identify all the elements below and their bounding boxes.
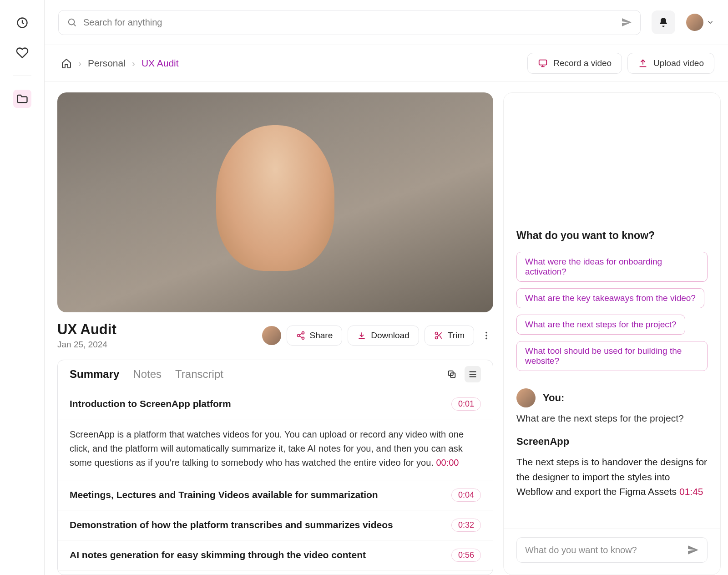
tab-transcript[interactable]: Transcript bbox=[175, 368, 223, 381]
share-icon bbox=[296, 331, 305, 340]
scissors-icon bbox=[434, 331, 443, 340]
bell-icon bbox=[658, 17, 669, 28]
svg-point-5 bbox=[302, 337, 304, 339]
search-input[interactable] bbox=[83, 17, 615, 28]
home-icon[interactable] bbox=[61, 58, 72, 69]
chat-input[interactable] bbox=[525, 545, 682, 555]
timestamp-inline[interactable]: 01:45 bbox=[679, 486, 703, 497]
chat-panel: What do you want to know? What were the … bbox=[503, 92, 721, 575]
heart-icon bbox=[16, 46, 29, 59]
button-label: Share bbox=[310, 331, 333, 341]
video-thumbnail[interactable] bbox=[57, 92, 493, 312]
person-image bbox=[216, 125, 334, 271]
summary-heading: Meetings, Lectures and Training Videos a… bbox=[70, 489, 378, 500]
chevron-right-icon: › bbox=[132, 58, 135, 69]
search-bar[interactable] bbox=[58, 10, 641, 35]
bot-name: ScreenApp bbox=[516, 436, 708, 448]
chat-suggestion[interactable]: What are the next steps for the project? bbox=[516, 315, 685, 335]
trim-button[interactable]: Trim bbox=[425, 326, 474, 346]
svg-point-8 bbox=[485, 332, 487, 334]
monitor-icon bbox=[538, 58, 548, 68]
chevron-down-icon bbox=[706, 18, 714, 26]
you-label: You: bbox=[543, 392, 564, 404]
timestamp[interactable]: 0:01 bbox=[451, 397, 481, 411]
clock-icon bbox=[16, 16, 29, 29]
avatar bbox=[686, 14, 703, 31]
more-button[interactable] bbox=[480, 331, 493, 341]
list-view-button[interactable] bbox=[465, 366, 481, 382]
summary-body: ScreenApp is a platform that watches vid… bbox=[58, 419, 493, 480]
summary-item[interactable]: Demonstration of how the platform transc… bbox=[58, 510, 493, 540]
user-question: What are the next steps for the project? bbox=[516, 413, 708, 424]
summary-item[interactable]: Ability to Ask AI questions about the vi… bbox=[58, 570, 493, 575]
svg-point-3 bbox=[302, 331, 304, 334]
user-menu[interactable] bbox=[686, 14, 714, 31]
chat-suggestion[interactable]: What tool should be used for building th… bbox=[516, 341, 708, 371]
svg-rect-2 bbox=[539, 60, 547, 65]
bot-answer-text: The next steps is to handover the design… bbox=[516, 457, 707, 497]
summary-heading: Demonstration of how the platform transc… bbox=[70, 519, 393, 530]
chat-heading: What do you want to know? bbox=[516, 229, 708, 242]
user-avatar bbox=[516, 388, 536, 407]
send-icon[interactable] bbox=[687, 544, 699, 556]
breadcrumb-current[interactable]: UX Audit bbox=[142, 58, 179, 69]
nav-favorites[interactable] bbox=[13, 44, 31, 62]
send-icon[interactable] bbox=[621, 17, 632, 28]
chat-input-wrap[interactable] bbox=[516, 537, 708, 563]
button-label: Upload video bbox=[653, 58, 704, 68]
breadcrumb-personal[interactable]: Personal bbox=[88, 58, 126, 69]
owner-avatar[interactable] bbox=[262, 326, 281, 345]
chat-suggestion[interactable]: What are the key takeaways from the vide… bbox=[516, 288, 704, 308]
more-vertical-icon bbox=[481, 331, 491, 341]
timestamp[interactable]: 0:32 bbox=[451, 519, 481, 532]
tab-summary[interactable]: Summary bbox=[70, 368, 119, 381]
folder-icon bbox=[16, 92, 29, 105]
svg-point-1 bbox=[69, 19, 75, 25]
button-label: Record a video bbox=[553, 58, 612, 68]
summary-item[interactable]: Meetings, Lectures and Training Videos a… bbox=[58, 480, 493, 510]
video-date: Jan 25, 2024 bbox=[57, 340, 116, 350]
divider bbox=[13, 76, 31, 76]
timestamp-inline[interactable]: 00:00 bbox=[436, 458, 459, 468]
summary-item[interactable]: AI notes generation for easy skimming th… bbox=[58, 540, 493, 570]
button-label: Trim bbox=[448, 331, 465, 341]
list-icon bbox=[468, 369, 478, 379]
copy-button[interactable] bbox=[444, 366, 460, 382]
button-label: Download bbox=[371, 331, 410, 341]
summary-heading: Introduction to ScreenApp platform bbox=[70, 398, 231, 409]
summary-heading: AI notes generation for easy skimming th… bbox=[70, 550, 366, 560]
svg-point-4 bbox=[297, 334, 299, 336]
breadcrumb: › Personal › UX Audit bbox=[61, 58, 179, 69]
nav-folder[interactable] bbox=[13, 90, 31, 108]
upload-icon bbox=[638, 58, 648, 68]
download-button[interactable]: Download bbox=[348, 326, 419, 346]
tab-notes[interactable]: Notes bbox=[133, 368, 162, 381]
copy-icon bbox=[447, 369, 457, 379]
bot-answer: The next steps is to handover the design… bbox=[516, 455, 708, 499]
share-button[interactable]: Share bbox=[287, 326, 343, 346]
summary-text: ScreenApp is a platform that watches vid… bbox=[70, 429, 464, 468]
timestamp[interactable]: 0:04 bbox=[451, 488, 481, 502]
svg-point-9 bbox=[485, 335, 487, 336]
chat-suggestion[interactable]: What were the ideas for onboarding activ… bbox=[516, 252, 708, 282]
video-title: UX Audit bbox=[57, 321, 116, 338]
svg-point-10 bbox=[485, 337, 487, 339]
nav-recent[interactable] bbox=[13, 14, 31, 32]
timestamp[interactable]: 0:56 bbox=[451, 549, 481, 562]
download-icon bbox=[357, 331, 366, 340]
search-icon bbox=[67, 17, 77, 27]
chevron-right-icon: › bbox=[78, 58, 81, 69]
summary-item[interactable]: Introduction to ScreenApp platform 0:01 bbox=[58, 389, 493, 419]
upload-video-button[interactable]: Upload video bbox=[627, 53, 714, 74]
notifications-button[interactable] bbox=[652, 10, 675, 34]
record-video-button[interactable]: Record a video bbox=[527, 53, 622, 74]
